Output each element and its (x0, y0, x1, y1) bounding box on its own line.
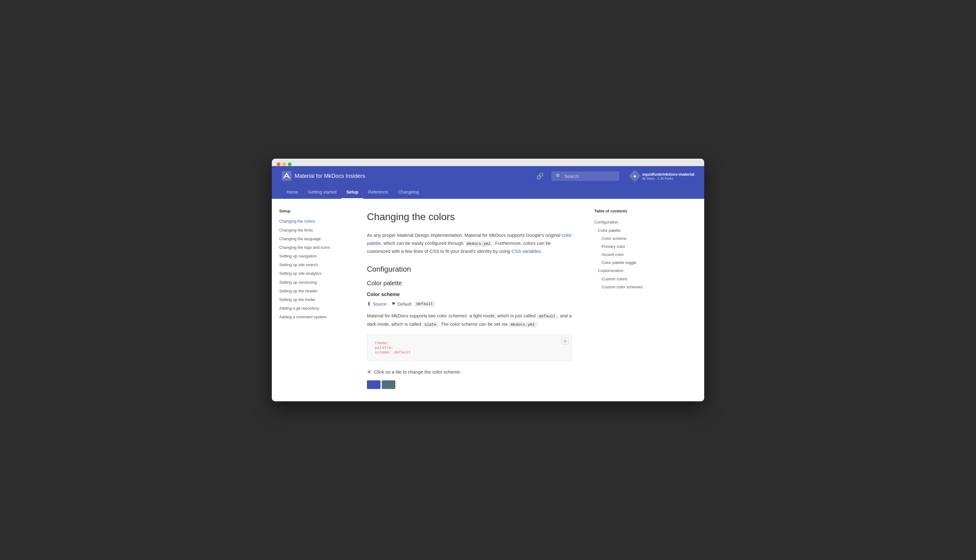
toc-item-color-scheme[interactable]: Color scheme (594, 235, 647, 243)
toc-item-color-palette[interactable]: Color palette (594, 227, 647, 235)
header-top: Material for MkDocs Insiders 🔗 🔍 ◆ squid… (272, 166, 704, 186)
code-line-3: scheme: default (375, 350, 564, 355)
main-content: Changing the colors As any proper Materi… (352, 199, 587, 401)
palette-icon: ✳ (367, 368, 372, 375)
sidebar-item-changing-colors[interactable]: Changing the colors (279, 217, 344, 226)
default-label: Default: (397, 302, 412, 307)
page-body: Setup Changing the colors Changing the f… (272, 199, 704, 401)
github-area[interactable]: ◆ squidfunk/mkdocs-material 5k Stars · 1… (631, 172, 694, 180)
github-info: squidfunk/mkdocs-material 5k Stars · 1.3… (642, 172, 694, 180)
search-icon: 🔍 (556, 173, 562, 179)
tile-text: Click on a tile to change the color sche… (374, 369, 461, 375)
nav-item-home[interactable]: Home (282, 186, 303, 199)
toc-item-accent-color[interactable]: Accent color (594, 251, 647, 259)
nav-item-reference[interactable]: Reference (363, 186, 393, 199)
sidebar-item-header[interactable]: Setting up the header (279, 287, 344, 295)
sidebar-item-git-repo[interactable]: Adding a git repository (279, 304, 344, 313)
sidebar-item-footer[interactable]: Setting up the footer (279, 295, 344, 304)
sidebar-item-changing-language[interactable]: Changing the language (279, 235, 344, 243)
mkdocs-yml-code: mkdocs.yml (465, 241, 493, 247)
body-text-5: : (537, 322, 538, 327)
site-title: Material for MkDocs Insiders (295, 173, 365, 179)
color-tile-blue[interactable] (367, 380, 380, 389)
sidebar-section-title: Setup (279, 209, 344, 213)
github-stats: 5k Stars · 1.3k Forks (642, 177, 694, 180)
toc-item-primary-color[interactable]: Primary color (594, 243, 647, 251)
toc-item-configuration[interactable]: Configuration (594, 218, 647, 226)
css-variables-link[interactable]: CSS variables (512, 248, 541, 254)
code-mkdocs: mkdocs.yml (509, 322, 537, 328)
logo-icon (282, 171, 292, 181)
code-line-2: palette: (375, 345, 564, 350)
color-tile-dark[interactable] (382, 380, 395, 389)
nav-item-getting-started[interactable]: Getting started (303, 186, 341, 199)
color-tiles (367, 380, 572, 389)
traffic-lights (277, 162, 292, 166)
toc-item-custom-schemes[interactable]: Custom color schemes (594, 283, 647, 291)
traffic-light-green[interactable] (288, 162, 292, 166)
flag-icon: ⚑ (391, 301, 395, 307)
github-diamond-container: ◆ (631, 172, 639, 180)
intro-paragraph: As any proper Material Design implementa… (367, 231, 572, 255)
toc-item-customization[interactable]: Customization (594, 267, 647, 275)
sidebar-item-versioning[interactable]: Setting up versioning (279, 278, 344, 287)
code-line-1: theme: (375, 341, 564, 345)
diamond-inner: ◆ (634, 174, 636, 178)
search-box[interactable]: 🔍 (551, 171, 619, 181)
traffic-light-yellow[interactable] (282, 162, 286, 166)
section-color-scheme: Color scheme (367, 292, 572, 297)
intro-text-before: As any proper Material Design implementa… (367, 232, 562, 238)
source-line: ⬆ Source · ⚑ Default: default (367, 301, 572, 307)
body-text-1: Material for MkDocs supports two (367, 313, 437, 318)
intro-text-middle1: , which can be easily configured through (381, 240, 465, 246)
default-value: default (414, 301, 435, 307)
toc-item-custom-colors[interactable]: Custom colors (594, 275, 647, 283)
body-italic: color schemes (437, 313, 467, 318)
logo-area: Material for MkDocs Insiders (282, 171, 365, 181)
toc-item-palette-toggle[interactable]: Color palette toggle (594, 259, 647, 267)
code-default: default (537, 313, 557, 319)
browser-window: Material for MkDocs Insiders 🔗 🔍 ◆ squid… (272, 159, 704, 401)
page-title: Changing the colors (367, 211, 572, 223)
tile-line: ✳ Click on a tile to change the color sc… (367, 368, 572, 375)
source-icon: ⬆ (367, 301, 371, 307)
link-icon: 🔗 (536, 172, 544, 180)
body-paragraph: Material for MkDocs supports two color s… (367, 312, 572, 328)
body-text-2: : a light mode, which is just called (467, 313, 537, 318)
source-link[interactable]: Source (373, 302, 386, 307)
sidebar-item-changing-fonts[interactable]: Changing the fonts (279, 226, 344, 235)
sidebar-item-comment-system[interactable]: Adding a comment system (279, 313, 344, 322)
browser-chrome (272, 159, 704, 166)
code-block: theme: palette: scheme: default ⧉ (367, 334, 572, 361)
nav-item-changelog[interactable]: Changelog (393, 186, 424, 199)
nav-item-setup[interactable]: Setup (341, 186, 363, 199)
section-color-palette: Color palette (367, 280, 572, 287)
header-nav: Home Getting started Setup Reference Cha… (272, 186, 704, 199)
dot-separator: · (388, 302, 389, 307)
search-input[interactable] (564, 173, 614, 179)
sidebar-item-changing-logo[interactable]: Changing the logo and icons (279, 243, 344, 252)
body-text-4: . The color scheme can be set via (438, 322, 509, 327)
sidebar-item-site-analytics[interactable]: Setting up site analytics (279, 269, 344, 278)
svg-rect-0 (282, 171, 292, 181)
site-header: Material for MkDocs Insiders 🔗 🔍 ◆ squid… (272, 166, 704, 199)
code-slate: slate (422, 322, 438, 328)
intro-text-after: . (541, 248, 542, 254)
copy-button[interactable]: ⧉ (562, 338, 569, 345)
toc-title: Table of contents (594, 209, 647, 213)
traffic-light-red[interactable] (277, 162, 280, 166)
section-configuration: Configuration (367, 265, 572, 273)
github-repo-name: squidfunk/mkdocs-material (642, 172, 694, 177)
sidebar-item-site-search[interactable]: Setting up site search (279, 260, 344, 269)
sidebar: Setup Changing the colors Changing the f… (272, 199, 352, 401)
toc: Table of contents Configuration Color pa… (587, 199, 655, 401)
sidebar-item-navigation[interactable]: Setting up navigation (279, 252, 344, 260)
